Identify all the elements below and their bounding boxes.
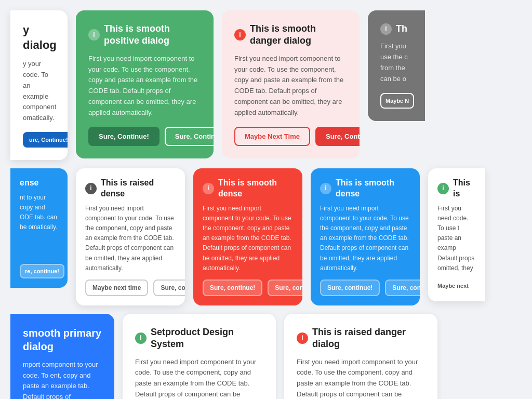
- dialog-blue-primary-partial: smooth primary dialog mport component to…: [10, 314, 114, 399]
- card-title-blue-partial: ense: [20, 178, 58, 189]
- dialog-blue-smooth-dense: i This is smooth dense First you need im…: [311, 168, 420, 305]
- card-body-blue-partial: nt to your copy and ODE tab. can be omat…: [20, 193, 58, 258]
- btn-continue-blue-partial[interactable]: re, continue!: [20, 264, 64, 278]
- info-icon-raised-danger: i: [297, 332, 308, 344]
- info-icon: i: [88, 29, 100, 41]
- card-title-gray: i Th: [380, 23, 413, 35]
- card-title-raised-danger: i This is raised danger dialog: [297, 326, 425, 351]
- dialog-raised-danger: i This is raised danger dialog First you…: [284, 314, 437, 399]
- btn-maybe-gray[interactable]: Maybe N: [380, 93, 414, 109]
- dialog-blue-partial-left: ense nt to your copy and ODE tab. can be…: [10, 168, 68, 288]
- card-body-pink: First you need import component to your …: [234, 54, 347, 118]
- btn-sure-red-2[interactable]: Sure, continue!: [268, 280, 302, 296]
- btn-sure-blue-2[interactable]: Sure, continue!: [385, 280, 420, 296]
- card-title-red-dense: i This is smooth dense: [203, 178, 293, 200]
- btn-continue-green-2[interactable]: Sure, Continue!: [165, 127, 214, 146]
- dialog-white-raised-dense: i This is raised dense First you need im…: [76, 168, 185, 305]
- info-icon-setproduct: i: [135, 332, 147, 344]
- btn-sure-blue-1[interactable]: Sure, continue!: [320, 280, 380, 296]
- card-body-primary-blue: mport component to your code. To ent, co…: [23, 360, 102, 399]
- dialog-green-partial-right: i This is First you need code. To use t …: [428, 168, 485, 301]
- dialog-red-smooth-dense: i This is smooth dense First you need im…: [193, 168, 302, 305]
- info-icon-blue-dense: i: [320, 183, 331, 194]
- info-icon-red-dense: i: [203, 183, 214, 194]
- card-title-green: i This is smooth positive dialog: [88, 23, 201, 47]
- btn-maybe-white[interactable]: Maybe next time: [85, 280, 148, 296]
- info-icon-red: i: [234, 29, 246, 41]
- info-icon-gray: i: [380, 23, 392, 35]
- card-title-blue-dense: i This is smooth dense: [320, 178, 410, 200]
- btn-continue-pink[interactable]: Sure, Continue!: [315, 127, 360, 146]
- card-title-green-partial: i This is: [437, 178, 476, 200]
- dialog-green-positive: i This is smooth positive dialog First y…: [76, 10, 214, 158]
- card-body-blue-dense: First you need import component to your …: [320, 204, 410, 273]
- card-body-red-dense: First you need import component to your …: [203, 204, 293, 273]
- card-title-white-dense: i This is raised dense: [85, 178, 176, 200]
- card-title-primary-blue: smooth primary dialog: [23, 326, 102, 353]
- btn-maybe-pink[interactable]: Maybe Next Time: [234, 127, 310, 146]
- btn-sure-white[interactable]: Sure, continue!: [153, 280, 185, 296]
- dialog-setproduct: i Setproduct Design System First you nee…: [123, 314, 276, 399]
- btn-continue-partial[interactable]: ure, Continue!: [23, 132, 68, 148]
- btn-maybe-green-partial[interactable]: Maybe next: [437, 280, 469, 292]
- card-body-setproduct: First you need import component to your …: [135, 357, 263, 399]
- card-title-setproduct: i Setproduct Design System: [135, 326, 263, 351]
- card-title-pink: i This is smooth danger dialog: [234, 23, 347, 47]
- card-body-white-dense: First you need import component to your …: [85, 204, 176, 273]
- card-body-gray: First you use the c from the can be o: [380, 41, 413, 84]
- btn-sure-red-1[interactable]: Sure, continue!: [203, 280, 262, 296]
- info-icon-dark: i: [85, 183, 97, 194]
- card-body-green-partial: First you need code. To use t paste an e…: [437, 204, 476, 273]
- card-title: y dialog: [23, 23, 55, 52]
- card-body-green: First you need import component to your …: [88, 54, 201, 118]
- dialog-pink-danger: i This is smooth danger dialog First you…: [222, 10, 360, 158]
- dialog-partial-left-top: y dialog y your code. To an example comp…: [10, 10, 68, 160]
- dialog-gray-partial: i Th First you use the c from the can be…: [368, 10, 425, 121]
- card-body-raised-danger: First you need import component to your …: [297, 357, 425, 399]
- info-icon-green-partial: i: [437, 183, 449, 194]
- btn-continue-green-1[interactable]: Sure, Continue!: [88, 127, 159, 146]
- card-body: y your code. To an example component oma…: [23, 59, 55, 124]
